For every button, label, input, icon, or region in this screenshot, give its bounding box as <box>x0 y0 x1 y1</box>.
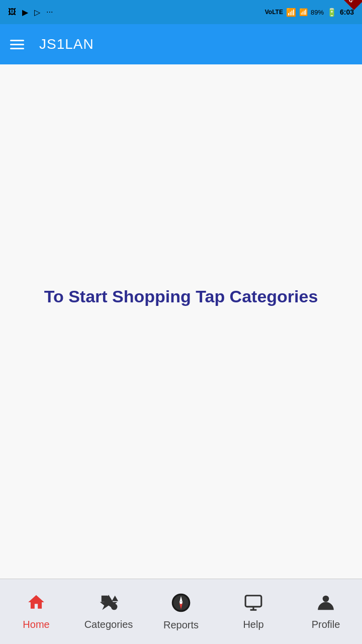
profile-icon <box>316 593 335 615</box>
battery-percent: 89% <box>311 9 324 16</box>
svg-point-7 <box>180 601 183 604</box>
home-icon <box>27 593 46 615</box>
wifi-icon: 📶 <box>286 8 296 17</box>
svg-point-2 <box>111 603 118 610</box>
nav-item-help[interactable]: Help <box>217 593 290 630</box>
bottom-navigation: Home Categories Reports <box>0 579 362 644</box>
profile-label: Profile <box>312 619 340 630</box>
signal-icon: 📶 <box>299 8 308 16</box>
battery-icon: 🔋 <box>327 8 337 17</box>
status-bar: 🖼 ▶ ▷ ··· VoLTE 📶 📶 89% 🔋 6:03 DEBUG <box>0 0 362 24</box>
help-icon <box>244 593 263 615</box>
svg-point-11 <box>323 595 329 602</box>
status-bar-right: VoLTE 📶 📶 89% 🔋 6:03 <box>265 8 354 17</box>
svg-rect-0 <box>102 595 108 602</box>
main-content: To Start Shopping Tap Categories <box>0 64 362 579</box>
shopping-message: To Start Shopping Tap Categories <box>24 277 338 316</box>
app-title: JS1LAN <box>39 36 94 52</box>
categories-label: Categories <box>84 619 133 630</box>
more-icon: ··· <box>46 8 53 17</box>
nav-item-home[interactable]: Home <box>0 593 72 630</box>
categories-icon <box>99 593 118 615</box>
reports-label: Reports <box>163 619 199 631</box>
help-label: Help <box>243 619 263 630</box>
svg-rect-8 <box>245 595 261 606</box>
android-icon: ▷ <box>34 8 40 17</box>
status-bar-left: 🖼 ▶ ▷ ··· <box>8 8 53 17</box>
nav-item-profile[interactable]: Profile <box>290 593 362 630</box>
nav-item-categories[interactable]: Categories <box>72 593 145 630</box>
time-display: 6:03 <box>340 8 354 16</box>
svg-marker-1 <box>112 595 118 601</box>
play-icon: ▶ <box>22 8 28 17</box>
volte-indicator: VoLTE <box>265 9 283 16</box>
hamburger-menu-button[interactable] <box>10 40 24 49</box>
compass-icon <box>171 593 191 615</box>
home-label: Home <box>23 619 49 630</box>
app-bar: JS1LAN <box>0 24 362 64</box>
nav-item-reports[interactable]: Reports <box>145 593 217 631</box>
image-icon: 🖼 <box>8 8 16 17</box>
